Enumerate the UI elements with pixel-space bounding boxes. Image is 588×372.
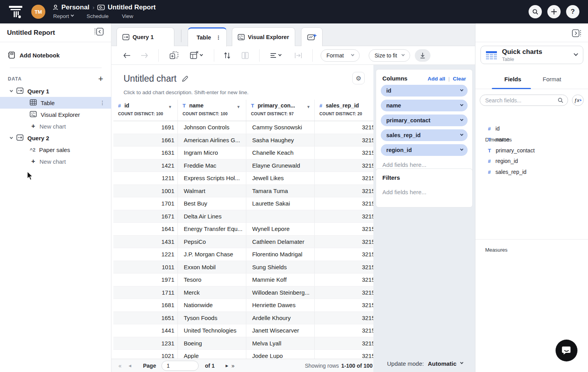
tab-fields[interactable]: Fields [504,76,521,82]
cell-id[interactable]: 1661 [113,134,178,147]
cell-id[interactable]: 1221 [113,248,178,261]
chevron-down-icon[interactable] [460,103,463,106]
cell-id[interactable]: 1001 [113,185,178,197]
cell-sales-rep-id[interactable]: 3215 [315,274,377,286]
cell-primary-contact[interactable]: Tamara Tuma [246,185,315,197]
sidebar-item-query1[interactable]: Query 1 [0,85,111,97]
cell-sales-rep-id[interactable]: 3215 [315,248,377,261]
table-row[interactable]: 1691 Johnson Controls Cammy Sosnowski 32… [113,121,377,134]
table-row[interactable]: 1001 Walmart Tamara Tuma 3215 [113,185,377,198]
chevron-down-icon[interactable] [10,136,13,139]
cell-primary-contact[interactable]: Jodee Lupo [246,350,315,359]
field-pill-name[interactable]: name [381,100,468,111]
cell-id[interactable]: 1671 [113,210,178,223]
cell-sales-rep-id[interactable]: 3215 [315,236,377,248]
table-row[interactable]: 1701 Best Buy Laurette Sakai 3215 [113,197,377,210]
cell-name[interactable]: Best Buy [178,197,246,210]
first-page-button[interactable]: « [118,363,122,369]
add-column-button[interactable] [169,51,179,60]
cell-primary-contact[interactable]: Henriette Dawes [246,299,315,311]
cell-primary-contact[interactable]: Chanelle Keach [246,147,315,159]
cell-id[interactable]: 1681 [113,299,178,311]
search-fields-input[interactable] [485,97,558,104]
dimension-region-id[interactable]: # region_id [488,158,518,164]
field-pill-id[interactable]: id [381,85,468,97]
cell-name[interactable]: Delta Air Lines [178,210,246,223]
cell-sales-rep-id[interactable]: 3215 [315,261,377,274]
cell-sales-rep-id[interactable]: 3215 [315,185,377,197]
text-wrap-button[interactable] [294,51,303,60]
cell-name[interactable]: Nationwide [178,299,246,311]
cell-id[interactable]: 1431 [113,236,178,248]
column-header-sales-rep-id[interactable]: #sales_rep_id COUNT DISTINCT: 20 [315,100,377,121]
cell-primary-contact[interactable]: Wynell Lepore [246,223,315,235]
table-row[interactable]: 1971 Tesoro Mammie Koff 3215 [113,274,377,286]
cell-name[interactable]: Apple [178,350,246,359]
table-row[interactable]: 1211 Express Scripts Hol... Jewell Likes… [113,172,377,185]
cell-sales-rep-id[interactable]: 3215 [315,223,377,235]
page-number-input[interactable] [161,361,199,371]
cell-primary-contact[interactable]: Cathleen Delamater [246,236,315,248]
column-header-primary-contact[interactable]: Tprimary_con... ▼ COUNT DISTINCT: 97 [246,100,315,121]
undo-button[interactable] [122,51,132,60]
add-formula-button[interactable]: ƒx+ [572,95,584,106]
cell-sales-rep-id[interactable]: 3215 [315,350,377,359]
sidebar-item-visual-explorer[interactable]: Visual Explorer [0,109,111,120]
table-row[interactable]: 1011 Exxon Mobil Sung Shields 3215 [113,261,377,274]
cell-name[interactable]: Merck [178,286,246,299]
cell-primary-contact[interactable]: Jewell Likes [246,172,315,184]
table-row[interactable]: 1711 Merck Willodean Steinberg... 3215 [113,286,377,299]
cell-sales-rep-id[interactable]: 3215 [315,210,377,223]
table-row[interactable]: 1661 American Airlines G... Sasha Haughe… [113,134,377,147]
cell-id[interactable]: 1641 [113,223,178,235]
chart-description-placeholder[interactable]: Click to add chart description. Shift-en… [124,89,249,95]
cell-name[interactable]: Ingram Micro [178,147,246,159]
cell-id[interactable]: 1651 [113,312,178,324]
cell-id[interactable]: 1441 [113,324,178,337]
kebab-menu-icon[interactable]: ⋮ [100,100,105,106]
menu-schedule[interactable]: Schedule [87,13,109,19]
columns-dropzone[interactable]: Add fields here... [381,156,468,168]
chart-settings-button[interactable]: ⚙ [352,72,365,84]
clear-link[interactable]: Clear [453,76,466,82]
column-header-id[interactable]: #id ▼ COUNT DISTINCT: 100 [113,100,178,121]
table-row[interactable]: 1231 Boeing Melva Lyall 3215 [113,337,377,350]
cell-sales-rep-id[interactable]: 3215 [315,286,377,299]
table-row[interactable]: 1421 Freddie Mac Elayne Grunewald 3215 [113,159,377,172]
add-data-button[interactable]: + [98,75,104,83]
cell-id[interactable]: 1021 [113,350,178,359]
cell-id[interactable]: 1711 [113,286,178,299]
cell-id[interactable]: 1211 [113,172,178,184]
cell-sales-rep-id[interactable]: 3215 [315,324,377,337]
collapse-sidebar-button[interactable] [94,27,104,38]
sidebar-item-new-chart-query2[interactable]: + New chart [0,156,111,167]
cell-name[interactable]: Exxon Mobil [178,261,246,274]
cell-name[interactable]: Express Scripts Hol... [178,172,246,184]
cell-name[interactable]: Tesoro [178,274,246,286]
table-row[interactable]: 1671 Delta Air Lines 3215 [113,210,377,223]
cell-name[interactable]: Johnson Controls [178,121,246,134]
menu-view[interactable]: View [122,13,133,19]
cell-name[interactable]: PepsiCo [178,236,246,248]
cell-primary-contact[interactable]: Florentino Madrigal [246,248,315,261]
field-pill-primary-contact[interactable]: primary_contact [381,114,468,126]
cell-primary-contact[interactable]: Melva Lyall [246,337,315,350]
cell-primary-contact[interactable]: Willodean Steinberg... [246,286,315,299]
sort-chevron-icon[interactable]: ▼ [237,105,240,109]
cell-name[interactable]: Energy Transfer Equ... [178,223,246,235]
dimension-name[interactable]: T name [488,136,509,143]
tab-query1[interactable]: Query 1 [117,27,174,46]
cell-name[interactable]: Freddie Mac [178,159,246,172]
chevron-down-icon[interactable] [460,118,463,121]
cell-sales-rep-id[interactable]: 3215 [315,197,377,210]
cell-id[interactable]: 1691 [113,121,178,134]
cell-primary-contact[interactable]: Ardelle Khoury [246,312,315,324]
dimension-sales-rep-id[interactable]: # sales_rep_id [488,169,527,175]
cell-name[interactable]: J.P. Morgan Chase [178,248,246,261]
table-row[interactable]: 1221 J.P. Morgan Chase Florentino Madrig… [113,248,377,261]
table-row[interactable]: 1441 United Technologies Janett Wisecarv… [113,324,377,337]
expand-panel-button[interactable] [572,29,582,39]
chart-title[interactable]: Untitled chart [124,73,177,84]
cell-id[interactable]: 1971 [113,274,178,286]
cell-sales-rep-id[interactable]: 3215 [315,312,377,324]
